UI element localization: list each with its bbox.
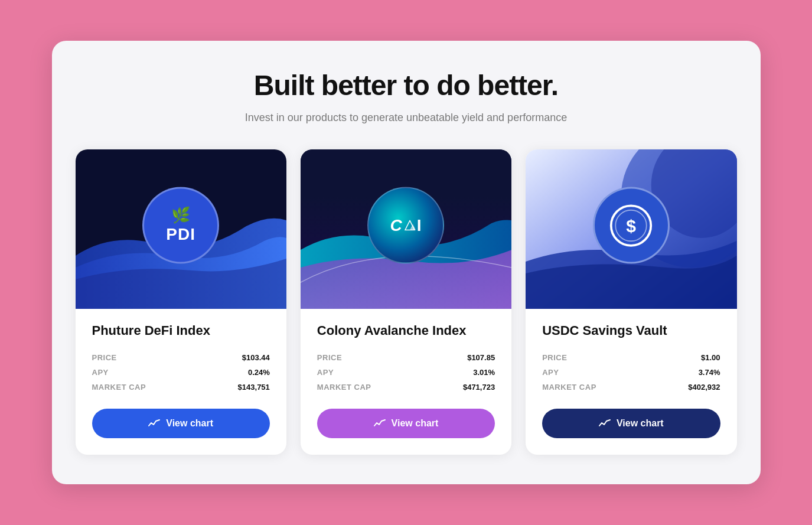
usdc-price-value: $1.00 — [654, 350, 720, 365]
cai-view-chart-button[interactable]: View chart — [317, 409, 495, 438]
usdc-card-image: $ — [526, 149, 736, 309]
usdc-stats: PRICE $1.00 APY 3.74% MARKET CAP $402,93… — [542, 350, 720, 394]
pdi-card-image: 🌿 PDI — [76, 149, 286, 309]
usdc-view-chart-button[interactable]: View chart — [542, 409, 720, 438]
cai-stats: PRICE $107.85 APY 3.01% MARKET CAP $471,… — [317, 350, 495, 394]
usdc-market-cap-value: $402,932 — [654, 380, 720, 394]
cai-apy-label: APY — [317, 365, 429, 380]
cai-market-cap-label: MARKET CAP — [317, 380, 429, 394]
usdc-logo: $ — [593, 187, 670, 264]
chart-icon-usdc — [599, 419, 611, 428]
cai-price-value: $107.85 — [429, 350, 495, 365]
pdi-apy-label: APY — [92, 365, 204, 380]
usdc-market-cap-label: MARKET CAP — [542, 380, 654, 394]
usdc-card: $ USDC Savings Vault PRICE $1.00 APY 3.7… — [526, 149, 736, 455]
cards-grid: 🌿 PDI Phuture DeFi Index PRICE $103.44 A… — [76, 149, 737, 455]
usdc-card-content: USDC Savings Vault PRICE $1.00 APY 3.74%… — [526, 309, 736, 455]
pdi-view-chart-button[interactable]: View chart — [92, 409, 270, 438]
usdc-apy-label: APY — [542, 365, 654, 380]
pdi-card-title: Phuture DeFi Index — [92, 323, 270, 338]
cai-card-title: Colony Avalanche Index — [317, 323, 495, 338]
usdc-dollar-icon: $ — [609, 203, 653, 247]
svg-marker-1 — [410, 224, 416, 230]
chart-icon-pdi — [148, 419, 160, 428]
pdi-market-cap-value: $143,751 — [204, 380, 270, 394]
cai-card: C I Colony Avalanche Index PRICE — [301, 149, 511, 455]
usdc-price-label: PRICE — [542, 350, 654, 365]
pdi-market-cap-label: MARKET CAP — [92, 380, 204, 394]
pdi-stats: PRICE $103.44 APY 0.24% MARKET CAP $143,… — [92, 350, 270, 394]
pdi-logo: 🌿 PDI — [142, 187, 219, 264]
cai-mountain-icon — [403, 220, 416, 231]
pdi-card: 🌿 PDI Phuture DeFi Index PRICE $103.44 A… — [76, 149, 286, 455]
cai-card-content: Colony Avalanche Index PRICE $107.85 APY… — [301, 309, 511, 455]
pdi-price-value: $103.44 — [204, 350, 270, 365]
pdi-apy-value: 0.24% — [204, 365, 270, 380]
page-container: Built better to do better. Invest in our… — [52, 41, 761, 484]
usdc-apy-value: 3.74% — [654, 365, 720, 380]
cai-card-image: C I — [301, 149, 511, 309]
usdc-card-title: USDC Savings Vault — [542, 323, 720, 338]
pdi-card-content: Phuture DeFi Index PRICE $103.44 APY 0.2… — [76, 309, 286, 455]
cai-apy-value: 3.01% — [429, 365, 495, 380]
pdi-view-chart-label: View chart — [166, 418, 213, 429]
usdc-view-chart-label: View chart — [617, 418, 664, 429]
header-section: Built better to do better. Invest in our… — [76, 69, 737, 126]
cai-view-chart-label: View chart — [392, 418, 439, 429]
cai-logo-ai: I — [417, 216, 422, 235]
cai-logo: C I — [367, 187, 444, 264]
page-title: Built better to do better. — [76, 69, 737, 102]
pdi-price-label: PRICE — [92, 350, 204, 365]
chart-icon-cai — [374, 419, 386, 428]
cai-price-label: PRICE — [317, 350, 429, 365]
pdi-logo-text: PDI — [166, 225, 195, 244]
svg-text:$: $ — [626, 216, 636, 236]
page-subtitle: Invest in our products to generate unbea… — [76, 110, 737, 126]
cai-market-cap-value: $471,723 — [429, 380, 495, 394]
cai-logo-c: C — [390, 216, 402, 235]
